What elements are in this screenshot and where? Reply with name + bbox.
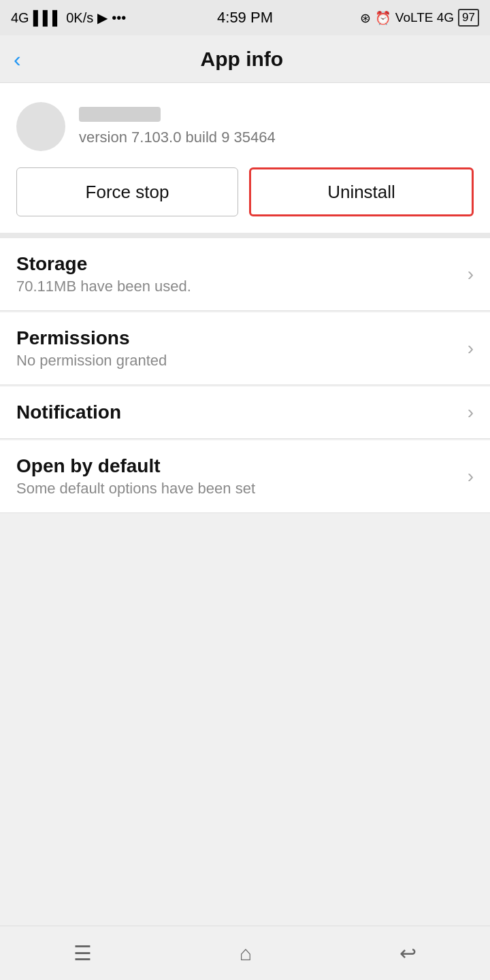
settings-item-permissions[interactable]: PermissionsNo permission granted› bbox=[0, 312, 490, 385]
back-button[interactable]: ‹ bbox=[14, 48, 21, 70]
more-icon: ••• bbox=[112, 10, 126, 26]
menu-button[interactable]: ☰ bbox=[74, 941, 92, 965]
app-icon bbox=[16, 102, 65, 151]
network-info: 4G bbox=[11, 10, 29, 26]
force-stop-button[interactable]: Force stop bbox=[16, 167, 238, 216]
app-identity: version 7.103.0 build 9 35464 bbox=[16, 102, 474, 151]
status-time: 4:59 PM bbox=[217, 9, 273, 27]
home-button[interactable]: ⌂ bbox=[240, 942, 252, 965]
chevron-right-icon: › bbox=[468, 402, 474, 423]
status-left: 4G ▌▌▌ 0K/s ▶ ••• bbox=[11, 10, 126, 26]
signal-icon: ▌▌▌ bbox=[33, 10, 63, 26]
app-name-blurred bbox=[79, 107, 161, 122]
settings-item-title: Open by default bbox=[16, 455, 255, 477]
back-nav-button[interactable]: ↩ bbox=[399, 941, 416, 965]
bottom-navigation: ☰ ⌂ ↩ bbox=[0, 926, 490, 980]
status-bar: 4G ▌▌▌ 0K/s ▶ ••• 4:59 PM ⊛ ⏰ VoLTE 4G 9… bbox=[0, 0, 490, 35]
settings-item-notification[interactable]: Notification› bbox=[0, 387, 490, 439]
chevron-right-icon: › bbox=[468, 466, 474, 487]
chevron-right-icon: › bbox=[468, 263, 474, 285]
settings-item-open-by-default[interactable]: Open by defaultSome default options have… bbox=[0, 440, 490, 513]
battery-indicator: 97 bbox=[458, 9, 479, 27]
media-icon: ▶ bbox=[97, 10, 108, 26]
settings-list: Storage70.11MB have been used.›Permissio… bbox=[0, 238, 490, 926]
settings-item-subtitle: 70.11MB have been used. bbox=[16, 278, 191, 295]
chevron-right-icon: › bbox=[468, 338, 474, 359]
settings-item-title: Storage bbox=[16, 253, 191, 275]
action-buttons: Force stop Uninstall bbox=[16, 167, 474, 216]
data-speed: 0K/s bbox=[66, 10, 93, 26]
signal-lte-icon: VoLTE 4G bbox=[395, 10, 454, 25]
bluetooth-icon: ⊛ bbox=[360, 10, 371, 26]
page-title: App info bbox=[35, 48, 449, 71]
status-right: ⊛ ⏰ VoLTE 4G 97 bbox=[360, 9, 479, 27]
settings-item-subtitle: Some default options have been set bbox=[16, 480, 255, 497]
settings-item-title: Permissions bbox=[16, 327, 167, 349]
alarm-icon: ⏰ bbox=[375, 10, 391, 26]
app-version: version 7.103.0 build 9 35464 bbox=[79, 129, 276, 146]
uninstall-button[interactable]: Uninstall bbox=[249, 167, 474, 216]
settings-item-title: Notification bbox=[16, 402, 121, 423]
settings-item-subtitle: No permission granted bbox=[16, 352, 167, 370]
top-navigation: ‹ App info bbox=[0, 35, 490, 83]
app-header: version 7.103.0 build 9 35464 Force stop… bbox=[0, 83, 490, 238]
settings-item-storage[interactable]: Storage70.11MB have been used.› bbox=[0, 238, 490, 311]
